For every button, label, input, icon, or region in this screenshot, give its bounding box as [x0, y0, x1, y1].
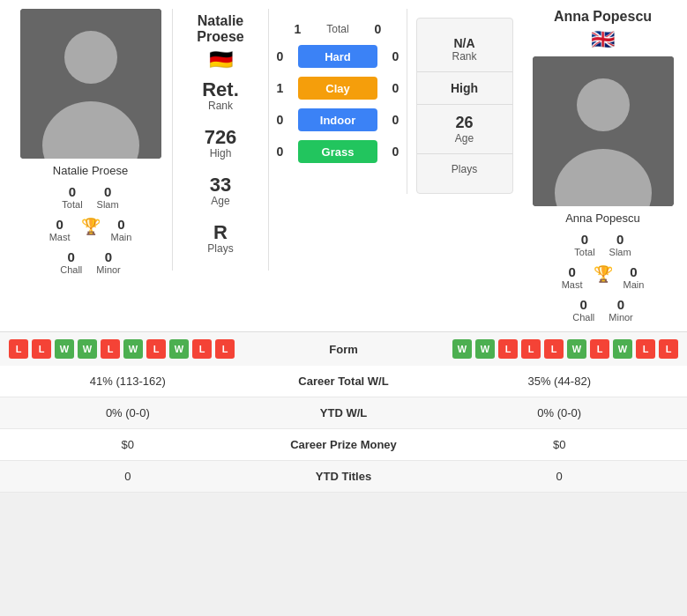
form-badge-right: W [613, 339, 632, 359]
left-slam-stat: 0 Slam [97, 184, 119, 210]
form-badge-left: L [32, 339, 51, 359]
form-badge-left: L [192, 339, 212, 359]
form-badge-left: L [9, 339, 28, 359]
left-rank-stat: Ret. Rank [202, 80, 239, 112]
right-mast-stat: 0 Mast [562, 264, 583, 290]
indoor-button[interactable]: Indoor [298, 108, 377, 131]
prize-row: $0 Career Prize Money $0 [0, 429, 687, 461]
right-high-stat: High [417, 72, 512, 105]
right-slam-label: Slam [609, 247, 631, 257]
left-total-stat: 0 Total [62, 184, 82, 210]
indoor-right: 0 [385, 113, 407, 127]
clay-left: 1 [269, 81, 291, 95]
hard-row: 0 Hard 0 [269, 45, 407, 68]
right-plays-label: Plays [452, 163, 477, 175]
indoor-row: 0 Indoor 0 [269, 108, 407, 131]
form-badge-right: L [636, 339, 655, 359]
left-chall-value: 0 [68, 249, 75, 264]
right-rank-label: Rank [452, 50, 476, 63]
left-player-name-center: Natalie Proese [173, 13, 268, 45]
form-badge-left: L [101, 339, 120, 359]
prize-label: Career Prize Money [256, 429, 432, 461]
total-row: 1 Total 0 [269, 22, 407, 36]
left-plays-stat: R Plays [207, 223, 233, 255]
right-player-column: Anna Popescu 🇬🇧 Anna Popescu [521, 9, 684, 323]
svg-point-1 [64, 31, 117, 84]
left-mast-stat: 0 Mast [49, 217, 71, 242]
right-player-name: Anna Popescu [565, 212, 640, 225]
indoor-left: 0 [269, 113, 291, 127]
left-player-stats-row1: 0 Total 0 Slam [9, 184, 172, 210]
left-main-value: 0 [117, 217, 124, 232]
hard-right: 0 [385, 49, 407, 63]
right-total-value: 0 [581, 232, 588, 247]
right-minor-value: 0 [617, 297, 624, 312]
right-flag: 🇬🇧 [591, 28, 615, 51]
stats-table: 41% (113-162) Career Total W/L 35% (44-8… [0, 366, 687, 493]
left-chall-label: Chall [60, 264, 82, 275]
avatars-row: Natalie Proese 0 Total 0 Slam 0 [9, 9, 678, 323]
clay-right: 0 [385, 81, 407, 95]
left-rank-value: Ret. [202, 80, 239, 100]
form-badge-left: W [55, 339, 74, 359]
form-badge-right: W [452, 339, 472, 359]
left-flag: 🇩🇪 [209, 48, 233, 71]
left-age-value: 33 [210, 175, 231, 195]
titles-row: 0 YTD Titles 0 [0, 461, 687, 493]
right-age-value: 26 [455, 114, 473, 132]
form-badge-right: L [659, 339, 678, 359]
right-rank-value: N/A [453, 36, 474, 50]
right-plays-stat: Plays [417, 154, 512, 184]
right-player-stats-row2: 0 Mast 🏆 0 Main [521, 264, 684, 290]
right-form-badges: WWLLLWLWLL [397, 339, 679, 359]
form-badge-left: W [78, 339, 97, 359]
right-chall-label: Chall [572, 312, 594, 323]
right-slam-stat: 0 Slam [609, 232, 631, 257]
left-ytd-wl: 0% (0-0) [0, 397, 256, 429]
left-plays-value: R [213, 223, 228, 242]
right-titles: 0 [431, 461, 687, 493]
right-minor-label: Minor [609, 312, 633, 323]
left-high-label: High [210, 147, 232, 160]
hard-button[interactable]: Hard [298, 45, 377, 68]
right-ytd-wl: 0% (0-0) [431, 397, 687, 429]
form-badge-right: L [521, 339, 541, 359]
form-section: LLWWLWLWLL Form WWLLLWLWLL [0, 331, 687, 366]
left-total-value: 0 [69, 184, 76, 199]
main-container: Natalie Proese 0 Total 0 Slam 0 [0, 0, 687, 493]
left-rank-label: Rank [208, 100, 233, 112]
total-label: Total [316, 23, 360, 35]
right-trophy-icon: 🏆 [594, 264, 613, 290]
total-right: 0 [367, 22, 389, 36]
form-badge-right: L [544, 339, 564, 359]
right-player-avatar [533, 56, 674, 206]
left-slam-value: 0 [104, 184, 111, 199]
form-badge-left: L [215, 339, 235, 359]
match-stats-panel: 1 Total 0 0 Hard 0 1 Clay [269, 9, 407, 172]
grass-button[interactable]: Grass [298, 140, 377, 163]
left-main-stat: 0 Main [111, 217, 132, 242]
form-badge-left: W [123, 339, 143, 359]
right-career-wl: 35% (44-82) [431, 366, 687, 397]
left-titles: 0 [0, 461, 256, 493]
form-label: Form [291, 343, 397, 356]
right-age-label: Age [455, 132, 474, 145]
right-chall-value: 0 [580, 297, 587, 312]
form-badge-left: W [169, 339, 189, 359]
right-mast-label: Mast [562, 279, 583, 290]
left-total-label: Total [62, 199, 82, 210]
left-main-label: Main [111, 232, 132, 242]
right-rank-stat: N/A Rank [417, 27, 512, 72]
right-player-name-top: Anna Popescu [554, 9, 652, 25]
left-minor-value: 0 [105, 249, 112, 264]
right-age-stat: 26 Age [417, 105, 512, 154]
left-high-value: 726 [205, 128, 237, 147]
form-badge-right: W [567, 339, 586, 359]
left-minor-label: Minor [96, 264, 121, 275]
right-prize: $0 [431, 429, 687, 461]
left-player-stats-row3: 0 Chall 0 Minor [9, 249, 172, 275]
left-age-label: Age [211, 195, 229, 207]
form-badge-right: L [590, 339, 609, 359]
clay-button[interactable]: Clay [298, 77, 377, 100]
form-badge-right: L [498, 339, 518, 359]
